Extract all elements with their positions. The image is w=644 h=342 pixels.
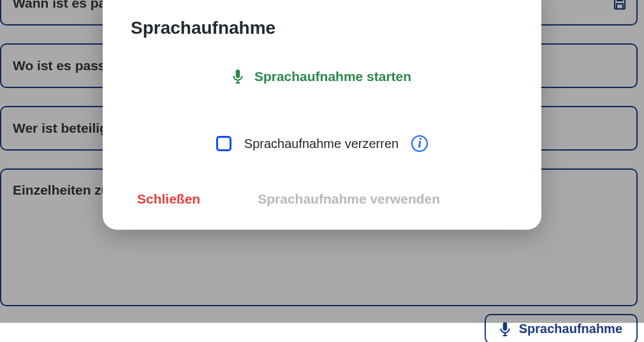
svg-rect-5 (236, 70, 240, 78)
modal-title: Sprachaufnahme (131, 18, 513, 38)
modal-overlay[interactable]: Sprachaufnahme Sprachaufnahme starten Sp… (0, 0, 644, 323)
distort-label: Sprachaufnahme verzerren (244, 137, 399, 151)
voice-modal: Sprachaufnahme Sprachaufnahme starten Sp… (103, 0, 541, 230)
voice-record-button-label: Sprachaufnahme (519, 322, 622, 336)
svg-rect-2 (502, 322, 507, 331)
start-recording-label: Sprachaufnahme starten (254, 69, 411, 84)
microphone-icon (233, 70, 243, 84)
microphone-icon (500, 322, 510, 336)
use-recording-button[interactable]: Sprachaufnahme verwenden (258, 191, 440, 207)
distort-checkbox[interactable] (216, 136, 231, 151)
start-recording-button[interactable]: Sprachaufnahme starten (131, 69, 513, 84)
close-button[interactable]: Schließen (137, 191, 200, 207)
info-icon[interactable]: i (411, 135, 428, 152)
